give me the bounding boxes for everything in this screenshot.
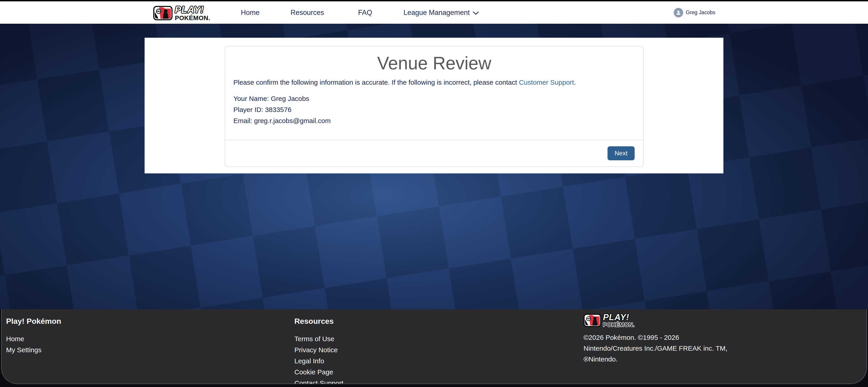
user-name-label: Greg Jacobs: [686, 9, 715, 15]
footer-link-home[interactable]: Home: [6, 333, 61, 344]
info-email-label: Email:: [234, 117, 252, 124]
nav-link-league-management[interactable]: League Management: [403, 1, 479, 24]
info-player-id-label: Player ID:: [234, 106, 263, 114]
footer-link-my-settings[interactable]: My Settings: [6, 344, 61, 355]
copyright-line-3: ®Nintendo.: [584, 354, 727, 365]
customer-support-link[interactable]: Customer Support: [519, 78, 574, 86]
nav-link-resources-label: Resources: [290, 8, 324, 17]
footer-play-pokemon-logo: PLAY! POKÉMON.: [584, 313, 727, 328]
nav-link-home[interactable]: Home: [241, 1, 259, 24]
logo-play-text: PLAY!: [175, 5, 210, 14]
panel-footer: Next: [225, 140, 643, 166]
confirmation-text-start: Please confirm the following information…: [234, 78, 519, 86]
info-row-name: Your Name: Greg Jacobs: [234, 93, 635, 104]
copyright-line-1: ©2026 Pokémon. ©1995 - 2026: [584, 332, 727, 343]
next-button[interactable]: Next: [608, 146, 634, 160]
copyright-text: ©2026 Pokémon. ©1995 - 2026 Nintendo/Cre…: [584, 332, 727, 365]
info-row-email: Email: greg.r.jacobs@gmail.com: [234, 115, 635, 126]
footer-column-play-pokemon: Play! Pokémon Home My Settings: [6, 309, 61, 355]
confirmation-text-end: .: [574, 78, 576, 86]
footer-link-cookie-page[interactable]: Cookie Page: [294, 366, 343, 378]
footer-logo-text: PLAY! POKÉMON.: [603, 313, 634, 328]
footer-links-play-pokemon: Home My Settings: [6, 333, 61, 355]
info-name-value: Greg Jacobs: [271, 95, 309, 102]
footer-link-privacy-notice[interactable]: Privacy Notice: [294, 344, 343, 355]
footer-column-legal: PLAY! POKÉMON. ©2026 Pokémon. ©1995 - 20…: [584, 309, 727, 365]
confirmation-text: Please confirm the following information…: [234, 78, 635, 86]
logo-pokemon-text: POKÉMON.: [175, 15, 210, 21]
avatar: [674, 8, 683, 18]
nav-link-league-management-label: League Management: [403, 8, 470, 17]
info-email-value: greg.r.jacobs@gmail.com: [254, 117, 331, 124]
copyright-line-2: Nintendo/Creatures Inc./GAME FREAK inc. …: [584, 343, 727, 354]
info-player-id-value: 3833576: [265, 106, 291, 114]
footer: Play! Pokémon Home My Settings Resources…: [1, 309, 867, 384]
footer-logo-pokemon-text: POKÉMON.: [603, 322, 634, 328]
chevron-down-icon: [473, 11, 479, 15]
footer-wrapper: Play! Pokémon Home My Settings Resources…: [0, 309, 868, 387]
play-pokemon-logo-text: PLAY! POKÉMON.: [175, 5, 210, 21]
footer-link-legal-info[interactable]: Legal Info: [294, 355, 343, 366]
top-navbar: PLAY! POKÉMON. Home Resources FAQ League…: [0, 1, 868, 24]
main-content-area: Venue Review Please confirm the followin…: [0, 24, 868, 309]
info-name-label: Your Name:: [234, 95, 269, 102]
nav-link-faq-label: FAQ: [358, 8, 372, 17]
footer-logo-icon: [584, 313, 601, 327]
content-card: Venue Review Please confirm the followin…: [145, 38, 723, 173]
venue-review-panel: Venue Review Please confirm the followin…: [225, 46, 644, 167]
footer-heading-resources: Resources: [294, 317, 343, 326]
page-title: Venue Review: [225, 53, 643, 74]
footer-link-contact-support[interactable]: Contact Support: [294, 378, 343, 384]
person-icon: [675, 9, 682, 16]
user-menu[interactable]: Greg Jacobs: [674, 1, 715, 24]
player-info: Your Name: Greg Jacobs Player ID: 383357…: [234, 93, 635, 126]
play-pokemon-logo[interactable]: PLAY! POKÉMON.: [153, 5, 210, 21]
nav-link-home-label: Home: [241, 8, 259, 17]
footer-heading-play-pokemon: Play! Pokémon: [6, 317, 61, 326]
play-pokemon-logo-icon: [153, 6, 173, 21]
info-row-player-id: Player ID: 3833576: [234, 104, 635, 115]
footer-column-resources: Resources Terms of Use Privacy Notice Le…: [294, 309, 343, 384]
footer-logo-play-text: PLAY!: [603, 313, 634, 322]
nav-link-resources[interactable]: Resources: [290, 1, 324, 24]
footer-links-resources: Terms of Use Privacy Notice Legal Info C…: [294, 333, 343, 384]
footer-link-terms-of-use[interactable]: Terms of Use: [294, 333, 343, 344]
panel-body: Please confirm the following information…: [225, 74, 643, 140]
nav-link-faq[interactable]: FAQ: [358, 1, 372, 24]
